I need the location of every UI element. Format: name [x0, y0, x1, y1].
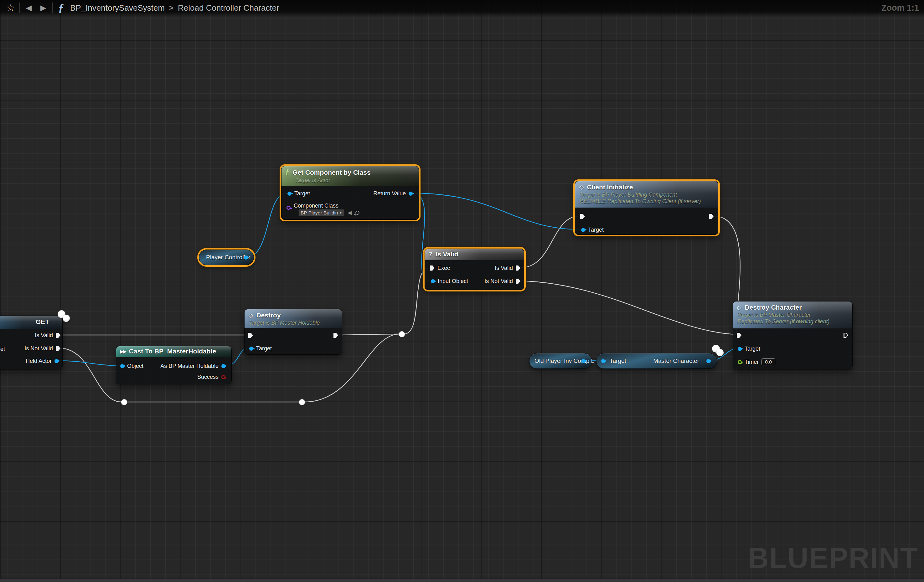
pin-label-clipped-target: et [0, 346, 5, 353]
pin-label: Object [127, 363, 144, 369]
pin-label: Is Not Valid [484, 278, 513, 285]
object-out-pin-as-bp-master-holdable[interactable] [221, 364, 226, 368]
pin-label: Is Valid [495, 265, 513, 271]
pin-label: Success [197, 374, 219, 380]
pin-label: Held Actor [26, 358, 52, 364]
wire-exec-isnotvalid-to-destroychar[interactable] [521, 281, 736, 335]
pin-label: Timer [744, 359, 759, 365]
event-diamond-icon: ◇ [579, 183, 584, 191]
object-in-pin-target[interactable] [249, 346, 253, 351]
wire-exec-destroy-to-knot[interactable] [338, 334, 399, 335]
exec-bubble-orb [716, 349, 724, 356]
exec-in-pin[interactable] [580, 214, 585, 219]
exec-out-pin[interactable] [843, 333, 848, 338]
pin-label: Return Value [373, 190, 406, 197]
breadcrumb-current[interactable]: Reload Controller Character [178, 3, 279, 13]
wire-data-return-to-clientinit-target[interactable] [412, 193, 580, 229]
forward-arrow-icon[interactable]: ▶ [36, 0, 50, 16]
class-in-pin-component-class[interactable] [287, 206, 290, 210]
exec-out-pin-is-not-valid[interactable] [56, 346, 60, 351]
wire-exec-isvalid-to-clientinit[interactable] [521, 216, 579, 268]
node-cast-title: Cast To BP_MasterHoldable [129, 348, 216, 355]
graph-title-bar: ☆ ◀ ▶ ƒ BP_InventorySaveSystem > Reload … [0, 0, 924, 17]
cast-icon: ▶▶ [120, 348, 126, 354]
goto-source-icon[interactable]: ◀ [348, 209, 351, 216]
object-out-pin-player-controller[interactable] [244, 256, 248, 259]
wire-exec-get-isnotvalid-to-knot[interactable] [59, 348, 122, 402]
pin-label: Target [610, 358, 626, 364]
node-cast-to-bp-masterholdable[interactable]: ▶▶ Cast To BP_MasterHoldable Object As B… [116, 346, 232, 384]
object-out-pin-held-actor[interactable] [54, 359, 59, 363]
node-is-valid[interactable]: ? Is Valid Exec Is Valid Input Object Is… [424, 249, 524, 290]
node-get-master-character[interactable]: Target Master Character [596, 353, 717, 369]
reroute-knot[interactable] [399, 331, 405, 337]
node-gcbc-title: Get Component by Class [292, 169, 371, 176]
function-icon: ƒ [285, 167, 289, 176]
node-get[interactable]: GET et Is Valid Is Not Valid Held Actor [0, 316, 63, 369]
node-player-controller[interactable]: Player Controller [199, 249, 254, 265]
graph-canvas[interactable]: BLUEPRINT GET et Is Valid Is [0, 0, 924, 582]
pin-label: Component Class [294, 203, 338, 209]
node-destroychar-subtitle2: Replicated To Server (if owning client) [738, 318, 848, 325]
exec-in-pin-exec[interactable] [430, 265, 435, 271]
pin-label: Target [744, 346, 760, 352]
exec-out-pin-is-not-valid[interactable] [516, 279, 520, 284]
back-arrow-icon[interactable]: ◀ [21, 0, 36, 16]
object-out-pin-master-character[interactable] [706, 359, 710, 363]
event-diamond-icon: ◇ [248, 312, 253, 319]
wire-data-heldactor-to-cast[interactable] [57, 361, 122, 366]
dropdown-value: BP Player Building [300, 210, 338, 216]
component-class-dropdown[interactable]: BP Player Building ▼ [299, 209, 345, 216]
exec-out-pin[interactable] [709, 214, 714, 219]
pin-label: Input Object [438, 278, 468, 285]
pin-label: Is Valid [35, 332, 53, 339]
node-destroy-subtitle: Target is BP Master Holdable [244, 319, 342, 328]
node-destroy-character[interactable]: ◇ Destroy Character Target is BP Master … [733, 301, 853, 369]
horizontal-scrollbar[interactable] [0, 579, 924, 582]
exec-out-pin[interactable] [333, 333, 338, 338]
object-out-pin-old-player-inv[interactable] [581, 359, 586, 363]
browse-search-icon[interactable] [355, 211, 360, 215]
exec-in-pin[interactable] [248, 333, 253, 338]
object-out-pin-return-value[interactable] [409, 191, 412, 196]
node-get-title: GET [0, 316, 62, 326]
breadcrumb-root[interactable]: BP_InventorySaveSystem [70, 3, 165, 13]
object-in-pin-object[interactable] [120, 364, 124, 368]
pin-label: Target [256, 345, 272, 352]
breadcrumb-separator-icon: > [169, 3, 173, 12]
node-client-initialize[interactable]: ◇ Client Initialize Target is BP Player … [575, 181, 718, 235]
wire-layer [0, 0, 924, 582]
object-in-pin-target[interactable] [287, 191, 292, 196]
node-destroychar-subtitle1: Target is BP Master Character [738, 312, 848, 318]
pill-label: Master Character [653, 358, 699, 364]
reroute-knot[interactable] [121, 399, 127, 405]
reroute-knot[interactable] [299, 399, 305, 405]
event-diamond-icon: ◇ [737, 304, 741, 311]
exec-bubble-orb [63, 315, 70, 322]
float-in-pin-timer[interactable] [738, 360, 742, 364]
favorite-star-icon[interactable]: ☆ [4, 0, 18, 16]
node-gcbc-subtitle: Target is Actor [282, 176, 419, 186]
node-isvalid-title: Is Valid [436, 251, 458, 258]
node-clientinit-subtitle2: RELIABLE Replicated To Owning Client (if… [579, 198, 714, 205]
node-destroy[interactable]: ◇ Destroy Target is BP Master Holdable T… [244, 309, 342, 355]
pin-label: Target [588, 227, 604, 233]
exec-out-pin-is-valid[interactable] [56, 333, 60, 338]
node-get-component-by-class[interactable]: ƒ Get Component by Class Target is Actor… [281, 166, 419, 220]
node-old-player-inv-comp[interactable]: Old Player Inv Comp L [529, 353, 592, 369]
object-in-pin-input-object[interactable] [431, 279, 435, 284]
exec-out-pin-is-valid[interactable] [516, 265, 520, 271]
pin-label: As BP Master Holdable [160, 363, 219, 369]
question-mark-icon: ? [429, 251, 432, 258]
node-clientinit-title: Client Initialize [587, 183, 633, 191]
object-in-pin-target[interactable] [601, 359, 605, 363]
timer-value-input[interactable]: 0.0 [761, 358, 775, 365]
zoom-level-label: Zoom 1:1 [881, 3, 919, 13]
node-destroychar-title: Destroy Character [744, 304, 802, 311]
exec-in-pin[interactable] [737, 333, 741, 338]
object-in-pin-target[interactable] [738, 347, 742, 351]
object-in-pin-target[interactable] [581, 228, 585, 232]
bool-out-pin-success[interactable] [221, 375, 226, 379]
toolbar-separator [52, 3, 53, 13]
node-clientinit-subtitle1: Target is BP Player Building Component [579, 191, 714, 198]
